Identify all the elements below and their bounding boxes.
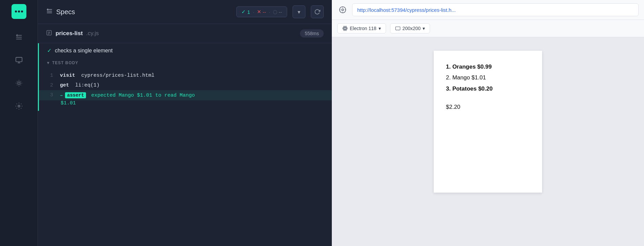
preview-toolbar: http://localhost:57394/cypress/prices-li… [332,0,644,20]
specs-label: Specs [56,8,75,16]
test-group: ✓ checks a single element ▾ TEST BODY 1 … [38,43,332,111]
list-item: 2. Mango $1.01 [446,72,530,83]
total-price: $2.20 [446,104,530,110]
preview-content: 1. Oranges $0.99 2. Mango $1.01 3. Potat… [332,37,644,246]
browser-controls: Electron 118 ▾ 200x200 ▾ [332,20,644,37]
file-time: 558ms [300,29,324,38]
price-list: 1. Oranges $0.99 2. Mango $1.01 3. Potat… [446,62,530,94]
test-pass-label: checks a single element [55,48,113,54]
list-item: 1. Oranges $0.99 [446,62,530,72]
file-icon [46,30,52,38]
assert-continuation: $1.01 [39,100,332,108]
assert-line: 3 – assert expected Mango $1.01 to read … [39,90,332,100]
assert-prefix: – [60,93,63,98]
browser-label: Electron 118 [350,26,377,31]
x-icon: ✕ [257,9,261,15]
crosshair-icon [337,4,348,15]
svg-point-16 [342,9,344,11]
test-pass-row: ✓ checks a single element [39,43,332,58]
sidebar [0,0,38,246]
code-line-1: 1 visit cypress/prices-list.html [39,71,332,80]
spinner-icon: ◌ [273,9,277,15]
preview-panel: http://localhost:57394/cypress/prices-li… [332,0,644,246]
checkmark-icon: ✓ [241,9,246,15]
viewport-icon [395,26,401,31]
url-text: http://localhost:57394/cypress/prices-li… [357,7,456,13]
assert-badge: assert [65,92,86,98]
assert-text: expected Mango $1.01 to read Mango [88,93,195,98]
viewport-selector[interactable]: 200x200 ▾ [390,23,430,33]
viewport-label: 200x200 [403,26,421,31]
url-bar[interactable]: http://localhost:57394/cypress/prices-li… [352,3,639,16]
file-name-ext: .cy.js [86,30,99,37]
viewport-chevron-icon: ▾ [423,26,425,31]
file-info: prices-list.cy.js 558ms [38,24,332,43]
sidebar-item-settings[interactable] [12,99,26,114]
test-content: ✓ checks a single element ▾ TEST BODY 1 … [38,43,332,246]
browser-chevron-icon: ▾ [379,26,381,31]
sidebar-item-runs[interactable] [12,53,26,68]
list-item: 3. Potatoes $0.20 [446,83,530,94]
reload-button[interactable] [311,5,324,18]
header: Specs ✓ 1 · ✕ -- · ◌ -- ▾ [38,0,332,24]
sidebar-item-debug[interactable] [12,76,26,91]
test-body-label: ▾ TEST BODY [39,58,332,68]
pending-status: ◌ -- [273,9,282,15]
svg-point-7 [18,105,20,107]
header-title: Specs [46,8,231,16]
preview-card: 1. Oranges $0.99 2. Mango $1.01 3. Potat… [434,51,542,193]
electron-icon [342,26,348,31]
chevron-down-icon: ▾ [298,9,300,15]
pass-status: ✓ 1 [241,9,250,15]
svg-rect-25 [395,27,400,30]
svg-rect-3 [16,57,22,62]
file-name-main: prices-list [56,30,83,37]
dropdown-button[interactable]: ▾ [293,5,305,18]
svg-point-21 [344,27,346,29]
app-logo [12,4,26,19]
code-area: 1 visit cypress/prices-list.html 2 get l… [39,68,332,111]
main-panel: Specs ✓ 1 · ✕ -- · ◌ -- ▾ [38,0,332,246]
specs-icon [46,8,53,16]
file-name-container: prices-list.cy.js [46,30,99,38]
status-bar: ✓ 1 · ✕ -- · ◌ -- [236,6,287,17]
sidebar-item-specs[interactable] [12,30,26,45]
browser-selector[interactable]: Electron 118 ▾ [337,23,386,33]
code-line-2: 2 get li:eq(1) [39,80,332,90]
reload-icon [314,9,320,15]
check-icon: ✓ [47,47,51,54]
chevron-icon: ▾ [47,60,49,65]
fail-status: ✕ -- [257,9,266,15]
svg-point-6 [18,82,20,84]
